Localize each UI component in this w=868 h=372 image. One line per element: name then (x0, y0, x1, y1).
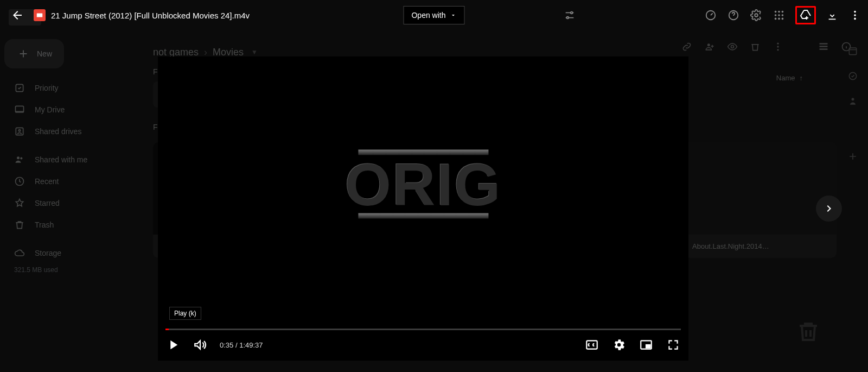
file-name: About.Last.Night.2014… (685, 235, 837, 258)
svg-point-8 (731, 46, 734, 48)
svg-point-29 (778, 14, 780, 16)
svg-point-9 (777, 43, 778, 45)
list-view-icon[interactable] (818, 41, 829, 52)
nav-shared-with-me[interactable]: Shared with me (4, 149, 131, 171)
open-with-label: Open with (411, 11, 445, 20)
svg-rect-19 (37, 14, 43, 17)
miniplayer-button[interactable] (639, 337, 654, 352)
play-tooltip: Play (k) (169, 307, 201, 320)
next-file-button[interactable] (816, 196, 842, 222)
svg-rect-12 (820, 43, 828, 45)
video-file-icon (34, 9, 46, 21)
svg-rect-39 (646, 345, 650, 348)
star-icon (14, 198, 25, 209)
svg-rect-2 (16, 128, 23, 135)
video-controls: 0:35 / 1:49:37 (158, 329, 688, 361)
nav-label: Trash (35, 220, 54, 229)
help-icon[interactable] (727, 9, 740, 22)
nav-recent[interactable]: Recent (4, 171, 131, 192)
nav-shared-drives[interactable]: Shared drives (4, 121, 131, 142)
svg-point-11 (777, 49, 778, 51)
gauge-icon[interactable] (704, 9, 717, 22)
chevron-down-icon (450, 12, 457, 18)
cloud-icon (14, 248, 25, 258)
back-button[interactable] (7, 4, 28, 26)
more-vert-icon[interactable] (773, 41, 783, 52)
drive-actions-toolbar (681, 41, 852, 52)
time-display: 0:35 / 1:49:37 (220, 341, 263, 349)
svg-point-31 (775, 18, 777, 20)
chevron-down-icon[interactable]: ▼ (251, 48, 258, 56)
svg-rect-13 (820, 46, 828, 47)
right-rail (838, 35, 868, 162)
captions-button[interactable] (584, 337, 599, 352)
column-header-name[interactable]: Name ↑ (776, 74, 803, 82)
eye-icon[interactable] (727, 41, 738, 52)
drive-sidebar: New Priority My Drive Shared drives Shar… (0, 35, 136, 280)
new-button-label: New (37, 49, 52, 58)
progress-bar[interactable] (165, 329, 681, 330)
file-thumbnail (685, 142, 837, 235)
add-to-drive-highlighted (795, 6, 816, 24)
trash-icon (14, 219, 25, 230)
svg-point-30 (782, 14, 784, 16)
nav-storage[interactable]: Storage (4, 242, 131, 264)
add-person-icon[interactable] (704, 41, 715, 52)
nav-label: Shared drives (35, 127, 81, 136)
contacts-icon[interactable] (847, 96, 858, 106)
svg-point-20 (571, 12, 573, 14)
svg-point-7 (707, 43, 710, 46)
svg-point-33 (782, 18, 784, 20)
svg-rect-0 (16, 84, 23, 91)
clock-icon (14, 176, 25, 187)
sliders-icon[interactable] (563, 9, 576, 22)
svg-rect-16 (849, 48, 856, 55)
nav-label: Starred (35, 199, 60, 207)
svg-point-25 (775, 11, 777, 13)
apps-icon[interactable] (773, 9, 786, 22)
svg-point-4 (17, 156, 20, 159)
nav-label: Recent (35, 177, 59, 186)
svg-point-15 (843, 43, 851, 51)
play-button[interactable] (165, 337, 181, 352)
link-icon[interactable] (681, 41, 692, 52)
svg-point-21 (567, 17, 569, 19)
shared-drives-icon (14, 126, 25, 137)
trash-icon[interactable] (750, 41, 761, 52)
file-card[interactable]: About.Last.Night.2014… (685, 142, 837, 258)
svg-point-34 (854, 11, 856, 13)
fullscreen-button[interactable] (666, 337, 681, 352)
svg-point-36 (854, 18, 856, 20)
preview-title: 21 Jump Street (2012) [Full Unblocked Mo… (51, 11, 250, 20)
arrow-up-icon: ↑ (800, 74, 803, 82)
nav-label: My Drive (35, 105, 65, 114)
more-button[interactable] (848, 9, 861, 22)
nav-label: Shared with me (35, 155, 87, 164)
add-to-drive-button[interactable] (799, 9, 812, 22)
add-icon[interactable] (847, 151, 858, 162)
new-button[interactable]: New (4, 39, 64, 68)
svg-point-17 (849, 72, 856, 79)
svg-rect-14 (820, 48, 828, 50)
info-icon[interactable] (841, 41, 852, 52)
nav-my-drive[interactable]: My Drive (4, 99, 131, 121)
preview-top-right (563, 6, 861, 24)
nav-label: Priority (35, 84, 59, 92)
calendar-icon[interactable] (847, 46, 858, 56)
download-button[interactable] (826, 9, 839, 22)
people-icon (14, 154, 25, 165)
svg-point-27 (782, 11, 784, 13)
volume-button[interactable] (193, 337, 208, 352)
settings-icon[interactable] (750, 9, 763, 22)
nav-priority[interactable]: Priority (4, 77, 131, 99)
video-player[interactable]: ORIG 0:35 / 1:49:37 (158, 56, 688, 361)
storage-used: 321.5 MB used (4, 264, 131, 276)
keep-icon[interactable] (847, 71, 858, 81)
svg-point-5 (20, 157, 22, 159)
settings-button[interactable] (611, 337, 627, 352)
nav-trash[interactable]: Trash (4, 214, 131, 236)
priority-icon (14, 83, 25, 93)
nav-starred[interactable]: Starred (4, 192, 131, 214)
open-with-button[interactable]: Open with (403, 6, 464, 24)
drive-icon (14, 104, 25, 115)
